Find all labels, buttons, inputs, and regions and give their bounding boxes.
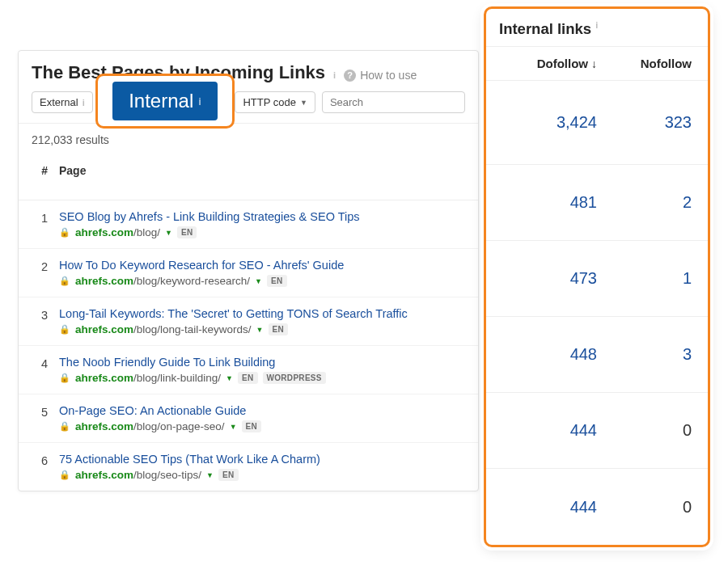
panel-row: 4440 xyxy=(486,469,708,545)
url-path[interactable]: /blog/link-building/ xyxy=(133,372,221,384)
page-url[interactable]: ahrefs.com/blog/link-building/ xyxy=(75,372,221,384)
page-url[interactable]: ahrefs.com/blog/keyword-research/ xyxy=(75,275,250,287)
page-title-link[interactable]: Long-Tail Keywords: The 'Secret' to Gett… xyxy=(59,307,408,320)
filter-external-label: External xyxy=(40,96,78,108)
lock-icon: 🔒 xyxy=(59,470,70,480)
table-row: 2How To Do Keyword Research for SEO - Ah… xyxy=(19,248,478,297)
info-icon[interactable]: i xyxy=(595,20,598,30)
panel-row: 3,424323 xyxy=(486,81,708,165)
dofollow-value[interactable]: 444 xyxy=(502,498,597,517)
row-index: 1 xyxy=(32,210,59,238)
language-badge: EN xyxy=(218,469,239,481)
column-nofollow-label: Nofollow xyxy=(641,57,692,70)
nofollow-value[interactable]: 0 xyxy=(597,498,692,517)
url-dropdown-icon[interactable]: ▼ xyxy=(256,326,264,334)
lock-icon: 🔒 xyxy=(59,276,70,286)
page-title-link[interactable]: 75 Actionable SEO Tips (That Work Like A… xyxy=(59,453,320,466)
info-icon: i xyxy=(83,98,85,108)
url-path[interactable]: /blog/on-page-seo/ xyxy=(133,420,225,432)
dofollow-value[interactable]: 444 xyxy=(502,421,597,440)
column-nofollow[interactable]: Nofollow xyxy=(597,57,692,70)
row-index: 6 xyxy=(32,453,59,481)
url-dropdown-icon[interactable]: ▼ xyxy=(206,471,214,479)
dofollow-value[interactable]: 481 xyxy=(502,193,597,212)
table-row: 1SEO Blog by Ahrefs - Link Building Stra… xyxy=(19,200,478,248)
url-dropdown-icon[interactable]: ▼ xyxy=(165,229,172,237)
nofollow-value[interactable]: 1 xyxy=(597,269,692,288)
url-path[interactable]: /blog/ xyxy=(133,226,160,238)
info-icon[interactable]: i xyxy=(333,70,336,80)
url-line: 🔒ahrefs.com/blog/▼EN xyxy=(59,226,465,238)
how-to-use-label: How to use xyxy=(360,69,417,82)
results-suffix: results xyxy=(76,133,109,146)
nofollow-value[interactable]: 2 xyxy=(597,193,692,212)
platform-badge: WORDPRESS xyxy=(263,372,326,384)
page-cell: On-Page SEO: An Actionable Guide🔒ahrefs.… xyxy=(59,404,465,432)
filter-external[interactable]: External i xyxy=(32,91,93,113)
panel-row: 4812 xyxy=(486,165,708,241)
panel-title-row: Internal links i xyxy=(486,9,708,47)
url-dropdown-icon[interactable]: ▼ xyxy=(230,423,237,431)
lock-icon: 🔒 xyxy=(59,227,70,238)
nofollow-value[interactable]: 323 xyxy=(597,113,692,132)
page-title-link[interactable]: On-Page SEO: An Actionable Guide xyxy=(59,404,246,417)
row-index: 3 xyxy=(32,307,59,335)
language-badge: EN xyxy=(269,323,289,335)
column-index[interactable]: # xyxy=(32,164,59,177)
filter-row: External i links ▼ Language ▼ HTTP code … xyxy=(19,91,478,123)
table-body: 1SEO Blog by Ahrefs - Link Building Stra… xyxy=(19,200,478,491)
url-dropdown-icon[interactable]: ▼ xyxy=(226,374,233,382)
page-url[interactable]: ahrefs.com/blog/seo-tips/ xyxy=(75,469,201,481)
column-dofollow[interactable]: Dofollow ↓ xyxy=(502,57,597,70)
results-count: 212,033 xyxy=(32,133,73,146)
url-path[interactable]: /blog/seo-tips/ xyxy=(133,469,201,481)
page-cell: SEO Blog by Ahrefs - Link Building Strat… xyxy=(59,210,465,238)
dofollow-value[interactable]: 3,424 xyxy=(502,113,597,132)
internal-tab-label: Internal xyxy=(129,90,193,112)
dofollow-value[interactable]: 473 xyxy=(502,269,597,288)
page-cell: The Noob Friendly Guide To Link Building… xyxy=(59,356,465,384)
url-path[interactable]: /blog/long-tail-keywords/ xyxy=(133,323,252,335)
url-dropdown-icon[interactable]: ▼ xyxy=(255,277,262,285)
url-path[interactable]: /blog/keyword-research/ xyxy=(133,275,250,287)
filter-http-code[interactable]: HTTP code ▼ xyxy=(235,91,315,113)
table-row: 4The Noob Friendly Guide To Link Buildin… xyxy=(19,345,478,394)
url-domain[interactable]: ahrefs.com xyxy=(75,323,133,335)
panel-row: 4440 xyxy=(486,393,708,469)
page-url[interactable]: ahrefs.com/blog/ xyxy=(75,226,160,238)
lock-icon: 🔒 xyxy=(59,373,70,383)
nofollow-value[interactable]: 0 xyxy=(597,421,692,440)
page-url[interactable]: ahrefs.com/blog/on-page-seo/ xyxy=(75,420,225,432)
how-to-use-link[interactable]: ? How to use xyxy=(344,69,417,82)
url-domain[interactable]: ahrefs.com xyxy=(75,372,133,384)
column-dofollow-label: Dofollow xyxy=(537,57,588,70)
search-input[interactable] xyxy=(322,91,465,113)
internal-links-panel: Internal links i Dofollow ↓ Nofollow 3,4… xyxy=(484,6,710,547)
results-count-row: 212,033 results xyxy=(19,123,478,156)
table-row: 3Long-Tail Keywords: The 'Secret' to Get… xyxy=(19,297,478,345)
internal-tab-button[interactable]: Internal i xyxy=(112,82,218,120)
question-icon: ? xyxy=(344,70,356,82)
page-title-link[interactable]: SEO Blog by Ahrefs - Link Building Strat… xyxy=(59,210,360,223)
column-page[interactable]: Page xyxy=(59,164,465,177)
row-index: 2 xyxy=(32,259,59,287)
page-url[interactable]: ahrefs.com/blog/long-tail-keywords/ xyxy=(75,323,252,335)
page-title-link[interactable]: The Noob Friendly Guide To Link Building xyxy=(59,356,275,369)
main-report-card: The Best Pages by Incoming Links i ? How… xyxy=(18,50,479,491)
url-domain[interactable]: ahrefs.com xyxy=(75,420,133,432)
panel-body: 3,42432348124731448344404440 xyxy=(486,81,708,545)
url-domain[interactable]: ahrefs.com xyxy=(75,226,133,238)
url-line: 🔒ahrefs.com/blog/keyword-research/▼EN xyxy=(59,275,465,287)
dofollow-value[interactable]: 448 xyxy=(502,345,597,364)
panel-header-row: Dofollow ↓ Nofollow xyxy=(486,47,708,81)
nofollow-value[interactable]: 3 xyxy=(597,345,692,364)
url-line: 🔒ahrefs.com/blog/long-tail-keywords/▼EN xyxy=(59,323,465,335)
url-domain[interactable]: ahrefs.com xyxy=(75,469,133,481)
page-title-link[interactable]: How To Do Keyword Research for SEO - Ahr… xyxy=(59,259,344,272)
url-domain[interactable]: ahrefs.com xyxy=(75,275,133,287)
panel-row: 4483 xyxy=(486,317,708,393)
info-icon: i xyxy=(198,95,201,108)
url-line: 🔒ahrefs.com/blog/seo-tips/▼EN xyxy=(59,469,465,481)
table-header: # Page xyxy=(19,156,478,200)
language-badge: EN xyxy=(177,226,197,238)
